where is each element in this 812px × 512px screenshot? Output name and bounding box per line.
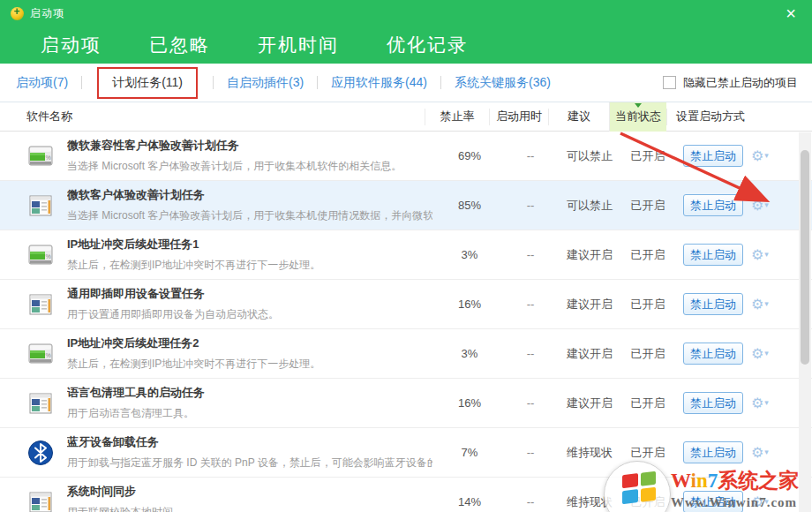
app-logo-icon (11, 7, 24, 20)
disable-startup-button[interactable]: 禁止启动 (683, 244, 743, 266)
task-name: 语言包清理工具的启动任务 (67, 385, 432, 401)
ban-rate-value: 14% (438, 495, 501, 508)
window-chart-icon (26, 192, 55, 220)
divider (213, 76, 214, 89)
suggestion-value: 可以禁止 (560, 198, 620, 214)
svg-text:%: % (46, 352, 51, 358)
action-cell: 禁止启动 ⚙▾ (676, 145, 800, 167)
task-name: 蓝牙设备卸载任务 (67, 434, 432, 450)
tab-startup-items[interactable]: 启动项 (39, 33, 103, 57)
ban-rate-value: 69% (438, 149, 501, 162)
subtab-startup-items[interactable]: 启动项(7) (16, 75, 68, 91)
table-row[interactable]: % IP地址冲突后续处理任务1 禁止后，在检测到IP地址冲突时不再进行下一步处理… (0, 230, 812, 280)
disable-startup-button[interactable]: 禁止启动 (683, 392, 743, 414)
caret-down-icon: ▾ (764, 251, 769, 259)
suggestion-value: 建议开启 (560, 297, 620, 312)
svg-text:%: % (46, 253, 51, 260)
row-texts: 微软兼容性客户体验改善计划任务 当选择 Microsoft 客户体验改善计划后，… (67, 138, 438, 174)
watermark-brand-part: 7 (708, 470, 718, 492)
disable-startup-button[interactable]: 禁止启动 (683, 145, 743, 167)
gear-dropdown-icon[interactable]: ⚙▾ (751, 199, 769, 213)
table-row[interactable]: % IP地址冲突后续处理任务2 禁止后，在检测到IP地址冲突时不再进行下一步处理… (0, 329, 812, 379)
header-set-startup-mode: 设置启动方式 (666, 109, 800, 125)
gear-dropdown-icon[interactable]: ⚙▾ (751, 347, 769, 361)
watermark-circle (604, 461, 671, 512)
watermark-brand: Win7系统之家 (671, 467, 812, 494)
status-value: 已开启 (620, 247, 676, 263)
boot-time-value: -- (501, 149, 560, 162)
gear-icon: ⚙ (751, 248, 763, 262)
main-nav: 启动项 已忽略 开机时间 优化记录 (0, 26, 812, 64)
close-icon[interactable]: × (780, 4, 801, 22)
gear-icon: ⚙ (751, 446, 763, 460)
subtab-app-services[interactable]: 应用软件服务(44) (331, 75, 427, 91)
row-texts: 微软客户体验改善计划任务 当选择 Microsoft 客户体验改善计划后，用于收… (67, 187, 438, 223)
task-name: IP地址冲突后续处理任务2 (67, 335, 432, 351)
status-value: 已开启 (620, 395, 676, 411)
header-software-name[interactable]: 软件名称 (0, 109, 425, 125)
action-cell: 禁止启动 ⚙▾ (676, 343, 800, 365)
suggestion-value: 维持现状 (560, 445, 620, 461)
disable-startup-button[interactable]: 禁止启动 (683, 343, 743, 365)
vertical-scrollbar[interactable] (799, 132, 811, 512)
action-cell: 禁止启动 ⚙▾ (676, 441, 800, 463)
server-gauge-icon: % (26, 241, 55, 269)
task-description: 用于启动语言包清理工具。 (67, 406, 432, 421)
watermark-url: Www.Winwin7.com (671, 495, 812, 510)
subtab-scheduled-tasks[interactable]: 计划任务(11) (97, 67, 198, 99)
header-ban-rate[interactable]: 禁止率 (425, 109, 489, 125)
gear-dropdown-icon[interactable]: ⚙▾ (751, 297, 769, 312)
subtab-autostart-plugins[interactable]: 自启动插件(3) (227, 75, 304, 91)
header-boot-time[interactable]: 启动用时 (489, 109, 548, 125)
table-row[interactable]: 微软客户体验改善计划任务 当选择 Microsoft 客户体验改善计划后，用于收… (0, 181, 812, 230)
table-row[interactable]: % 微软兼容性客户体验改善计划任务 当选择 Microsoft 客户体验改善计划… (0, 132, 812, 181)
tab-optimization-log[interactable]: 优化记录 (385, 33, 470, 57)
gear-dropdown-icon[interactable]: ⚙▾ (751, 149, 769, 163)
window-chart-icon (26, 488, 55, 512)
action-cell: 禁止启动 ⚙▾ (676, 194, 800, 216)
gear-dropdown-icon[interactable]: ⚙▾ (751, 248, 769, 262)
bluetooth-icon (26, 439, 55, 467)
task-description: 当选择 Microsoft 客户体验改善计划后，用于收集本机软件的相关信息。 (67, 159, 432, 174)
gear-icon: ⚙ (751, 199, 763, 213)
ban-rate-value: 16% (438, 396, 501, 410)
suggestion-value: 可以禁止 (560, 148, 620, 164)
header-suggestion[interactable]: 建议 (548, 109, 609, 125)
hide-disabled-option[interactable]: 隐藏已禁止启动的项目 (663, 75, 798, 91)
watermark-text: Win7系统之家 Www.Winwin7.com (671, 467, 812, 510)
divider (317, 76, 318, 89)
row-texts: 蓝牙设备卸载任务 用于卸载与指定蓝牙服务 ID 关联的 PnP 设备，禁止后，可… (67, 434, 438, 471)
gear-icon: ⚙ (751, 396, 763, 410)
gear-dropdown-icon[interactable]: ⚙▾ (751, 446, 769, 460)
tab-boot-time[interactable]: 开机时间 (256, 33, 341, 57)
task-name: 通用即插即用设备设置任务 (67, 286, 432, 302)
table-row[interactable]: 语言包清理工具的启动任务 用于启动语言包清理工具。 16% -- 建议开启 已开… (0, 379, 812, 428)
table-header: 软件名称 禁止率 启动用时 建议 当前状态 设置启动方式 (0, 102, 812, 132)
action-cell: 禁止启动 ⚙▾ (676, 244, 800, 266)
suggestion-value: 建议开启 (560, 346, 620, 362)
scrollbar-thumb[interactable] (801, 150, 809, 365)
watermark-brand-part: n (696, 470, 708, 492)
divider (440, 76, 441, 89)
gear-icon: ⚙ (751, 297, 763, 312)
ban-rate-value: 3% (438, 248, 501, 261)
disable-startup-button[interactable]: 禁止启动 (683, 293, 743, 315)
disable-startup-button[interactable]: 禁止启动 (683, 194, 743, 216)
disable-startup-button[interactable]: 禁止启动 (683, 441, 743, 463)
task-description: 用于设置通用即插即用设备为自动启动状态。 (67, 307, 432, 322)
checkbox-icon[interactable] (663, 76, 676, 89)
table-row[interactable]: 通用即插即用设备设置任务 用于设置通用即插即用设备为自动启动状态。 16% --… (0, 280, 812, 329)
subtab-system-services[interactable]: 系统关键服务(36) (455, 75, 551, 91)
boot-time-value: -- (501, 495, 560, 508)
boot-time-value: -- (501, 396, 560, 410)
gear-dropdown-icon[interactable]: ⚙▾ (751, 396, 769, 410)
title-bar: 启动项 × (0, 0, 812, 26)
task-description: 禁止后，在检测到IP地址冲突时不再进行下一步处理。 (67, 258, 432, 273)
watermark-brand-part: W (671, 470, 691, 492)
header-current-status[interactable]: 当前状态 (609, 102, 666, 132)
tab-ignored[interactable]: 已忽略 (147, 33, 212, 57)
ban-rate-value: 3% (438, 347, 501, 360)
boot-time-value: -- (501, 297, 560, 311)
boot-time-value: -- (501, 347, 560, 360)
caret-down-icon: ▾ (764, 399, 769, 407)
